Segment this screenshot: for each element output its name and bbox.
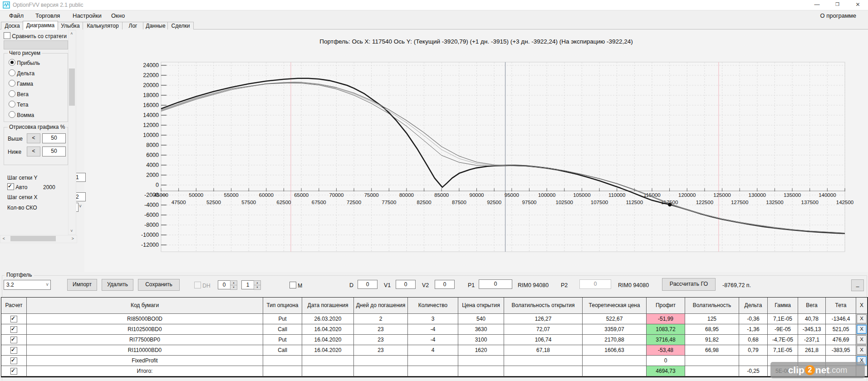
profit-cell[interactable]: 1083,72 [647,324,685,335]
tab-диаграмма[interactable]: Диаграмма [23,21,58,30]
table-cell[interactable]: 521,05 [826,324,856,335]
spin1-value[interactable]: 0 [218,280,230,289]
table-cell[interactable] [354,366,408,376]
scroll-up-icon[interactable]: ˄ [69,30,75,37]
table-cell[interactable]: Call [263,324,302,335]
menu-item-настройки[interactable]: Настройки [69,10,105,21]
spin-down-icon[interactable]: ▼ [254,285,261,290]
radio-icon[interactable] [9,111,15,118]
sidebar-hscrollbar[interactable]: ˂ ˃ [0,235,77,243]
column-header[interactable]: Количество [408,298,458,314]
radio-прибыль[interactable]: Прибыль [9,59,40,69]
column-header[interactable]: Теоретическая цена [583,298,647,314]
radio-гамма[interactable]: Гамма [9,80,40,90]
restore-icon[interactable]: ❐ [827,0,848,10]
menu-item-окно[interactable]: Окно [108,10,128,21]
profit-cell[interactable]: 0 [647,356,685,366]
column-header[interactable]: Тета [826,298,856,314]
strategy-input[interactable] [4,40,68,49]
radio-вега[interactable]: Вега [9,90,40,101]
spin-down-icon[interactable]: ▼ [230,285,237,290]
m-checkbox[interactable]: M [289,282,302,289]
table-cell[interactable]: 0,79 [739,345,768,356]
table-cell[interactable]: RI102500BD0 [27,324,263,335]
delete-button[interactable]: Удалить [102,279,133,291]
column-header[interactable]: Дельта [739,298,768,314]
collapse-panel-button[interactable]: _ [851,279,864,291]
radio-icon[interactable] [9,80,15,87]
scroll-down-icon[interactable]: ˅ [69,228,75,234]
radio-вомма[interactable]: Вомма [9,111,40,122]
column-header[interactable]: Расчет [1,298,27,314]
tab-калькулятор[interactable]: Калькулятор [83,22,123,30]
table-cell[interactable]: 2170,88 [583,335,647,345]
v1-field[interactable]: 0 [396,280,416,289]
menu-item-торговля[interactable]: Торговля [32,10,64,21]
checkbox-checked-icon[interactable] [10,326,17,333]
table-cell[interactable]: 3100 [458,335,504,345]
table-cell[interactable]: Call [263,345,302,356]
table-cell[interactable]: -9E-05 [768,324,798,335]
tab-данные[interactable]: Данные [143,22,168,30]
table-cell[interactable]: 4 [408,345,458,356]
spin1[interactable]: 0 ▲ ▼ [218,280,237,289]
remove-row-button[interactable]: X [857,346,867,355]
table-cell[interactable] [458,356,504,366]
row-calc-checkbox[interactable] [1,356,27,366]
remove-row-button[interactable]: X [857,325,867,334]
radio-icon[interactable] [9,90,15,97]
save-button[interactable]: Сохранить [138,279,180,291]
spin2-value[interactable]: 1 [241,280,254,289]
table-cell[interactable]: Итого: [27,366,263,376]
vscroll-thumb[interactable] [69,68,75,106]
minimize-icon[interactable]: — [807,0,827,10]
table-cell[interactable]: 16.04.2020 [302,324,354,335]
table-cell[interactable]: -1,36 [739,324,768,335]
close-icon[interactable]: ✕ [848,0,868,10]
table-cell[interactable] [408,356,458,366]
table-cell[interactable]: 68,95 [685,324,739,335]
table-cell[interactable]: -4,7E-05 [768,335,798,345]
table-cell[interactable]: -1346,4 [826,314,856,324]
table-cell[interactable]: 16.04.2020 [302,345,354,356]
tab-лог[interactable]: Лог [122,22,144,30]
table-cell[interactable]: 23 [354,324,408,335]
row-calc-checkbox[interactable] [1,345,27,356]
table-cell[interactable]: -345,13 [798,324,826,335]
column-header[interactable]: Дней до погашения [354,298,408,314]
column-header[interactable]: Цена открытия [458,298,504,314]
compare-strategy-checkbox[interactable]: Сравнить со стратеги [4,32,67,39]
column-header[interactable]: Профит [647,298,685,314]
table-cell[interactable]: 7,1E-05 [768,314,798,324]
table-cell[interactable]: 91,82 [685,335,739,345]
checkbox-icon[interactable] [289,282,296,288]
profit-cell[interactable]: -51,99 [647,314,685,324]
d-field[interactable]: 0 [358,280,378,289]
table-cell[interactable] [583,356,647,366]
table-cell[interactable]: 3630 [458,324,504,335]
table-cell[interactable]: 26.03.2020 [302,314,354,324]
table-cell[interactable]: 125 [685,314,739,324]
table-cell[interactable] [583,366,647,376]
menu-item-файл[interactable]: Файл [5,10,27,21]
chevron-down-icon[interactable]: ˅ [46,280,49,289]
table-cell[interactable] [685,356,739,366]
radio-icon[interactable] [9,101,15,107]
table-cell[interactable] [408,366,458,376]
import-button[interactable]: Импорт [67,279,97,291]
chevron-down-icon[interactable]: ˅ [79,204,82,209]
table-cell[interactable]: 66,98 [685,345,739,356]
table-cell[interactable] [458,366,504,376]
table-cell[interactable]: Put [263,335,302,345]
dh-checkbox[interactable]: DH [194,282,211,289]
table-cell[interactable]: 40,78 [798,314,826,324]
column-header[interactable]: Волатильность [685,298,739,314]
p2-field[interactable]: 0 [579,279,611,289]
profit-chart[interactable]: 2400022000200001800016000140001200010000… [84,29,868,272]
checkbox-checked-icon[interactable] [10,368,17,375]
table-cell[interactable]: -4 [408,324,458,335]
column-header[interactable]: Волатильность открытия [504,298,583,314]
checkbox-checked-icon[interactable] [7,183,14,190]
table-cell[interactable]: -383,95 [826,345,856,356]
radio-icon[interactable] [9,59,15,66]
